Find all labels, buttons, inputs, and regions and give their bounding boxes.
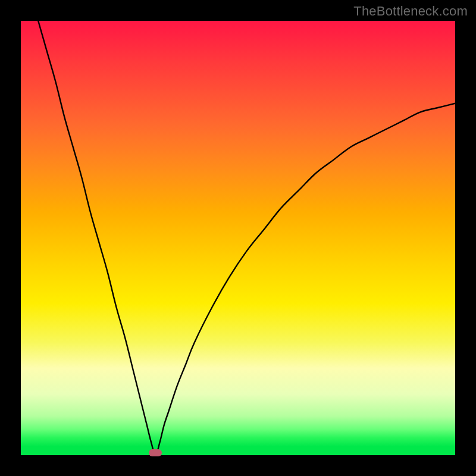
bottleneck-curve — [21, 21, 455, 455]
optimum-marker — [149, 449, 162, 456]
attribution-text: TheBottleneck.com — [353, 4, 468, 19]
chart-frame: TheBottleneck.com — [0, 0, 476, 476]
plot-area — [21, 21, 455, 455]
